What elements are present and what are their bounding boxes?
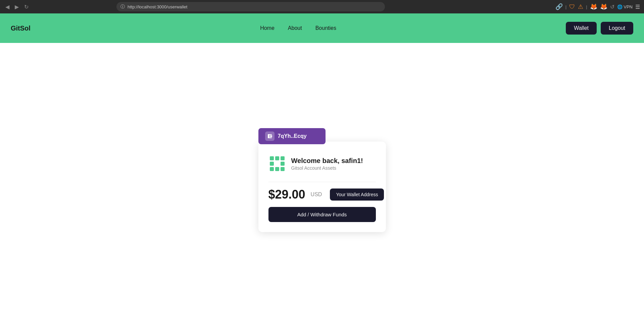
address-bar[interactable]: ⓘ http://localhost:3000/userwallet [116,2,385,11]
reload-button[interactable]: ↻ [23,2,30,11]
alert-icon[interactable]: ⚠ [578,3,583,10]
wallet-subtitle: Gitsol Account Assets [291,165,363,171]
url-text: http://localhost:3000/userwallet [128,4,188,9]
browser-actions: 🔗 | 🛡 ⚠ | 🦊 🦊 ↺ 🌐 VPN ☰ [555,3,640,10]
fox-icon[interactable]: 🦊 [590,3,597,10]
wallet-card: Welcome back, safin1! Gitsol Account Ass… [258,142,386,232]
puzzle-icon[interactable]: 🦊 [600,3,607,10]
avatar [268,155,286,172]
wallet-user-text: Welcome back, safin1! Gitsol Account Ass… [291,157,363,171]
back-button[interactable]: ◀ [4,2,11,11]
app-nav: Home About Bounties [260,25,336,31]
nav-bounties[interactable]: Bounties [315,25,336,31]
security-icon: ⓘ [120,4,125,10]
forward-button[interactable]: ▶ [13,2,20,11]
wallet-balance: $29.00 [268,187,305,202]
divider [268,182,376,182]
menu-icon[interactable]: ☰ [635,4,640,10]
wallet-badge-icon [265,131,275,141]
nav-home[interactable]: Home [260,25,275,31]
logout-button[interactable]: Logout [601,22,633,35]
nav-about[interactable]: About [288,25,302,31]
share-icon[interactable]: 🔗 [555,3,563,10]
wallet-address-short: 7qYh..Ecqy [278,133,307,139]
separator2: | [586,4,587,9]
browser-chrome: ◀ ▶ ↻ ⓘ http://localhost:3000/userwallet… [0,0,644,13]
your-wallet-address-button[interactable]: Your Wallet Address [330,188,384,201]
wallet-user-info: Welcome back, safin1! Gitsol Account Ass… [268,155,376,172]
wallet-button[interactable]: Wallet [566,22,597,35]
vpn-icon[interactable]: 🌐 VPN [617,4,633,9]
app-logo: GitSol [11,24,31,32]
main-content: 7qYh..Ecqy Welcome back, safin1! [0,43,644,324]
separator: | [565,4,566,9]
header-buttons: Wallet Logout [566,22,633,35]
shield-icon[interactable]: 🛡 [569,3,575,10]
wallet-currency: USD [311,192,322,198]
add-withdraw-button[interactable]: Add / Withdraw Funds [268,207,376,222]
wallet-address-badge[interactable]: 7qYh..Ecqy [258,128,326,144]
wallet-balance-row: $29.00 USD Your Wallet Address [268,187,376,202]
wallet-username: Welcome back, safin1! [291,157,363,165]
refresh-ext-icon[interactable]: ↺ [610,4,614,10]
wallet-card-wrapper: 7qYh..Ecqy Welcome back, safin1! [258,135,386,232]
app-header: GitSol Home About Bounties Wallet Logout [0,13,644,43]
